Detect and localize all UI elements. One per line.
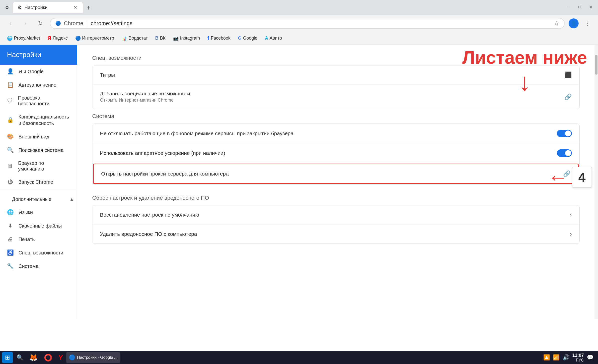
sidebar-item-label: Печать <box>18 237 35 242</box>
bookmark-vk[interactable]: В ВК <box>152 34 169 42</box>
restore-defaults-row[interactable]: Восстановление настроек по умолчанию › <box>92 205 579 225</box>
network-icon: 📶 <box>553 354 560 361</box>
app2-icon: ⭕ <box>44 354 53 362</box>
toggle-knob <box>565 150 571 156</box>
sidebar-item-label: Внешний вид <box>18 134 49 140</box>
sidebar-item-label: Спец. возможности <box>18 250 63 256</box>
sidebar-section-advanced[interactable]: Дополнительные ▲ <box>0 193 77 206</box>
taskbar-app2[interactable]: ⭕ <box>41 352 55 363</box>
scrollbar-thumb <box>595 55 598 75</box>
print-icon: 🖨 <box>7 236 13 243</box>
bookmark-avito[interactable]: А Авито <box>262 34 285 42</box>
bookmark-facebook[interactable]: f Facebook <box>205 34 233 43</box>
forward-button[interactable]: › <box>20 18 31 29</box>
proxy-settings-row[interactable]: Открыть настройки прокси-сервера для ком… <box>93 164 579 184</box>
bookmark-wordstat[interactable]: 📊 Вордстат <box>119 34 151 43</box>
bookmark-yandex[interactable]: Я Яндекс <box>45 34 71 43</box>
add-accessibility-sublabel: Открыть Интернет-магазин Chrome <box>100 98 564 103</box>
bookmark-icon: 🌐 <box>7 36 12 41</box>
taskbar-firefox[interactable]: 🦊 <box>27 352 40 363</box>
browser-menu-button[interactable]: ⋮ <box>583 17 593 29</box>
notifications-icon: 💬 <box>587 354 594 361</box>
bookmark-google[interactable]: G Google <box>235 34 260 42</box>
maximize-button[interactable]: □ <box>576 3 583 10</box>
background-services-toggle[interactable] <box>557 130 572 137</box>
remove-malware-row[interactable]: Удалить вредоносное ПО с компьютера › <box>92 225 579 243</box>
taskbar-cortana[interactable]: 🔍 <box>14 352 26 363</box>
tray-arrow-icon: 🔼 <box>543 354 550 361</box>
title-bar: ⚙ ⚙ Настройки ✕ ＋ ─ □ ✕ <box>0 0 598 15</box>
tab-close-icon[interactable]: ✕ <box>73 4 78 11</box>
step-badge: 4 <box>572 167 592 188</box>
yandex-icon: Я <box>48 35 51 41</box>
restore-defaults-label: Восстановление настроек по умолчанию <box>100 212 570 218</box>
sidebar-item-appearance[interactable]: 🎨 Внешний вид <box>0 130 76 143</box>
bookmark-proxymarket[interactable]: 🌐 Proxy.Market <box>4 34 43 43</box>
settings-sidebar: Настройки 👤 Я и Google 📋 Автозаполнение … <box>0 45 77 319</box>
sidebar-item-downloads[interactable]: ⬇ Скаченные файлы <box>0 219 76 233</box>
sidebar-item-accessibility[interactable]: ♿ Спец. возможности <box>0 246 76 259</box>
sidebar-item-startup[interactable]: ⏻ Запуск Chrome <box>0 175 76 189</box>
sidebar-item-privacy[interactable]: 🔒 Конфиденциальность и безопасность <box>0 110 76 130</box>
hardware-acceleration-row[interactable]: Использовать аппаратное ускорение (при н… <box>92 143 579 163</box>
background-services-row[interactable]: Не отключать работающие в фоновом режиме… <box>92 124 579 143</box>
sidebar-item-print[interactable]: 🖨 Печать <box>0 233 76 246</box>
system-tray: 🔼 📶 🔊 11:07 РУС 💬 <box>541 353 596 363</box>
sidebar-item-default-browser[interactable]: 🖥 Браузер по умолчанию <box>0 157 76 175</box>
clock-time: 11:07 <box>572 353 584 358</box>
system-icon: 🔧 <box>7 263 13 269</box>
bookmark-label: ВК <box>160 36 166 41</box>
bookmark-label: Google <box>243 36 257 41</box>
search-taskbar-icon: 🔍 <box>16 354 23 361</box>
sidebar-item-languages[interactable]: 🌐 Языки <box>0 206 76 219</box>
bookmarks-bar: 🌐 Proxy.Market Я Яндекс 🔵 Интернетометр … <box>0 32 598 45</box>
sidebar-item-security[interactable]: 🛡 Проверка безопасности <box>0 92 76 110</box>
scroll-annotation: Листаем ниже ↓ <box>462 47 587 96</box>
down-arrow-icon: ↓ <box>462 68 587 96</box>
browser-tab[interactable]: ⚙ Настройки ✕ <box>13 2 83 13</box>
settings-main: Листаем ниже ↓ Спец. возможности Титры ⬛… <box>77 45 595 319</box>
bookmark-instagram[interactable]: 📷 Instagram <box>170 34 203 43</box>
address-url: chrome://settings <box>91 20 133 27</box>
taskbar: ⊞ 🔍 🦊 ⭕ Y 🔵 Настройки - Google ... 🔼 📶 🔊… <box>0 351 598 364</box>
autofill-icon: 📋 <box>7 82 13 88</box>
new-tab-button[interactable]: ＋ <box>83 2 94 13</box>
taskbar-chrome[interactable]: 🔵 Настройки - Google ... <box>66 352 120 363</box>
sidebar-item-search[interactable]: 🔍 Поисковая система <box>0 143 76 157</box>
refresh-button[interactable]: ↻ <box>35 18 46 29</box>
tab-label: Настройки <box>24 5 48 10</box>
browser-icon: 🖥 <box>7 163 13 169</box>
proxy-settings-label: Открыть настройки прокси-сервера для ком… <box>101 171 563 177</box>
back-button[interactable]: ‹ <box>5 18 16 29</box>
sidebar-divider <box>0 191 77 191</box>
background-services-label: Не отключать работающие в фоновом режиме… <box>100 130 557 136</box>
sidebar-title: Настройки <box>7 51 41 59</box>
minimize-button[interactable]: ─ <box>565 3 572 10</box>
taskbar-app3[interactable]: Y <box>56 352 65 363</box>
search-icon: 🔍 <box>7 147 13 153</box>
right-scrollbar[interactable] <box>595 45 598 319</box>
collapse-arrow-icon: ▲ <box>70 197 74 202</box>
accessibility-icon: ♿ <box>7 249 13 256</box>
sidebar-item-me-google[interactable]: 👤 Я и Google <box>0 65 76 78</box>
system-settings-card: Не отключать работающие в фоновом режиме… <box>92 123 580 185</box>
volume-icon: 🔊 <box>563 354 569 361</box>
profile-button[interactable]: 👤 <box>569 18 579 28</box>
sidebar-item-label: Автозаполнение <box>18 82 56 88</box>
power-icon: ⏻ <box>7 179 13 185</box>
start-button[interactable]: ⊞ <box>2 352 13 363</box>
bookmark-internetometr[interactable]: 🔵 Интернетометр <box>72 34 117 43</box>
sidebar-item-autofill[interactable]: 📋 Автозаполнение <box>0 78 76 92</box>
section-title-reset: Сброс настроек и удаление вредоносного П… <box>92 195 580 201</box>
sidebar-item-system[interactable]: 🔧 Система <box>0 259 76 273</box>
close-button[interactable]: ✕ <box>587 3 594 10</box>
section-title-system: Система <box>92 113 580 120</box>
hardware-acceleration-toggle[interactable] <box>557 149 572 157</box>
windows-icon: ⊞ <box>5 354 10 361</box>
sidebar-item-label: Конфиденциальность и безопасность <box>18 114 69 126</box>
firefox-icon: 🦊 <box>29 354 38 362</box>
bookmark-label: Proxy.Market <box>14 36 40 41</box>
sidebar-item-label: Я и Google <box>18 69 44 74</box>
sidebar-item-label: Скаченные файлы <box>18 223 62 229</box>
address-input[interactable]: 🔵 Chrome | chrome://settings ☆ <box>50 18 565 29</box>
